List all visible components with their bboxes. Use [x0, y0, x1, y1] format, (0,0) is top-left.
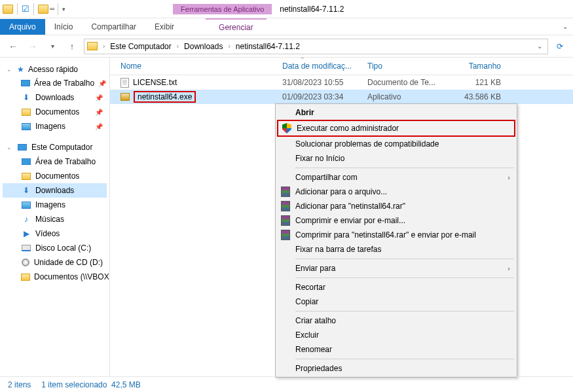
- documents-icon: [22, 109, 31, 116]
- menu-label: Propriedades: [295, 364, 342, 373]
- menu-label: Excluir: [295, 330, 319, 340]
- crumb-pc[interactable]: Este Computador: [107, 41, 174, 52]
- chevron-icon[interactable]: ›: [102, 43, 106, 50]
- menu-send-to[interactable]: Enviar para›: [277, 261, 515, 276]
- shield-icon: [282, 123, 291, 134]
- chevron-down-icon[interactable]: ⌄: [7, 66, 13, 73]
- quick-access-label: Acesso rápido: [28, 65, 78, 74]
- history-dropdown[interactable]: ▾: [45, 39, 60, 54]
- address-dropdown-icon[interactable]: ⌄: [534, 43, 545, 50]
- file-date: 01/09/2023 03:34: [277, 92, 362, 101]
- downloads-icon: ⬇: [21, 92, 31, 103]
- refresh-button[interactable]: ⟳: [552, 39, 568, 54]
- menu-label: Enviar para: [295, 264, 335, 273]
- downloads-icon: ⬇: [21, 185, 31, 196]
- ribbon-expand-icon[interactable]: ⌄: [563, 23, 568, 30]
- sidebar-item-documents[interactable]: Documentos: [3, 169, 107, 183]
- sidebar-item-downloads[interactable]: ⬇Downloads: [3, 183, 107, 198]
- file-row-selected[interactable]: netinstall64.exe 01/09/2023 03:34 Aplica…: [110, 90, 573, 104]
- menu-label: Compartilhar com: [295, 173, 358, 182]
- status-item-count: 2 itens: [8, 380, 31, 389]
- sidebar-item-documents[interactable]: Documentos📌: [3, 105, 107, 119]
- star-icon: ★: [17, 65, 24, 74]
- menu-pin-taskbar[interactable]: Fixar na barra de tarefas: [277, 242, 515, 257]
- sidebar-item-downloads[interactable]: ⬇Downloads📌: [3, 90, 107, 105]
- forward-button[interactable]: →: [25, 39, 41, 54]
- menu-separator: [295, 359, 514, 359]
- file-type: Documento de Te...: [362, 78, 441, 87]
- sidebar-item-label: Unidade de CD (D:): [34, 258, 103, 267]
- tab-compartilhar[interactable]: Compartilhar: [82, 19, 145, 35]
- menu-compat[interactable]: Solucionar problemas de compatibilidade: [277, 137, 515, 151]
- crumb-folder[interactable]: netinstall64-7.11.2: [233, 41, 303, 52]
- navigation-pane: ⌄ ★ Acesso rápido Área de Trabalho📌 ⬇Dow…: [0, 58, 110, 376]
- menu-pin-start[interactable]: Fixar no Início: [277, 151, 515, 166]
- sidebar-item-desktop[interactable]: Área de Trabalho📌: [3, 76, 107, 90]
- column-header-date[interactable]: Data de modificaç...: [277, 62, 362, 71]
- column-header-type[interactable]: Tipo: [362, 62, 441, 71]
- qat-dropdown-icon[interactable]: ▾: [62, 6, 65, 12]
- breadcrumb-bar[interactable]: › Este Computador › Downloads › netinsta…: [84, 39, 548, 54]
- sidebar-item-label: Área de Trabalho: [35, 157, 96, 166]
- sidebar-item-network-docs[interactable]: Documentos (\\VBOXSVR): [3, 270, 107, 284]
- quick-access-group[interactable]: ⌄ ★ Acesso rápido: [3, 63, 107, 76]
- menu-open[interactable]: Abrir: [277, 105, 515, 120]
- menu-compress-rar-email[interactable]: Comprimir para "netinstall64.rar" e envi…: [277, 228, 515, 242]
- menu-rename[interactable]: Renomear: [277, 342, 515, 357]
- menu-label: Comprimir para "netinstall64.rar" e envi…: [295, 230, 476, 240]
- file-row[interactable]: LICENSE.txt 31/08/2023 10:55 Documento d…: [110, 75, 573, 90]
- file-name: netinstall64.exe: [134, 91, 196, 103]
- menu-compress-email[interactable]: Comprimir e enviar por e-mail...: [277, 213, 515, 228]
- sort-indicator-icon: ⌃: [300, 56, 305, 63]
- column-header-size[interactable]: Tamanho: [441, 62, 506, 71]
- qat-newfolder-icon[interactable]: [38, 5, 48, 14]
- menu-delete[interactable]: Excluir: [277, 328, 515, 342]
- cd-icon: [22, 258, 29, 266]
- menu-separator: [295, 277, 514, 278]
- tab-gerenciar[interactable]: Gerenciar: [206, 18, 267, 35]
- tab-exibir[interactable]: Exibir: [145, 19, 183, 35]
- sidebar-item-cd-d[interactable]: Unidade de CD (D:): [3, 255, 107, 270]
- sidebar-item-label: Documentos (\\VBOXSVR): [34, 272, 110, 281]
- crumb-downloads[interactable]: Downloads: [181, 41, 225, 52]
- file-tab[interactable]: Arquivo: [0, 19, 45, 35]
- pin-icon: 📌: [98, 80, 106, 87]
- contextual-tab-label: Ferramentas de Aplicativo: [173, 4, 272, 14]
- menu-share-with[interactable]: Compartilhar com›: [277, 170, 515, 185]
- menu-label: Comprimir e enviar por e-mail...: [295, 216, 405, 225]
- menu-run-as-admin[interactable]: Executar como administrador: [278, 121, 514, 135]
- app-icon[interactable]: [3, 5, 13, 14]
- documents-icon: [21, 274, 30, 281]
- sidebar-item-pictures[interactable]: Imagens: [3, 198, 107, 212]
- qat-customize-icon[interactable]: ═: [50, 5, 54, 12]
- column-header-name[interactable]: Nome: [110, 62, 277, 71]
- menu-separator: [295, 168, 514, 168]
- chevron-down-icon[interactable]: ⌄: [7, 144, 13, 151]
- chevron-icon[interactable]: ›: [227, 43, 231, 50]
- sidebar-item-label: Downloads: [35, 186, 74, 195]
- menu-add-archive[interactable]: Adicionar para o arquivo...: [277, 185, 515, 199]
- tab-inicio[interactable]: Início: [45, 19, 83, 35]
- address-bar: ← → ▾ ↑ › Este Computador › Downloads › …: [0, 35, 573, 58]
- pin-icon: 📌: [95, 123, 103, 130]
- menu-copy[interactable]: Copiar: [277, 294, 515, 309]
- up-button[interactable]: ↑: [64, 39, 80, 54]
- sidebar-item-disk-c[interactable]: Disco Local (C:): [3, 241, 107, 255]
- sidebar-item-videos[interactable]: ▶Vídeos: [3, 226, 107, 241]
- this-pc-group[interactable]: ⌄ Este Computador: [3, 140, 107, 154]
- qat-properties-icon[interactable]: ☑: [22, 4, 29, 14]
- sidebar-item-desktop[interactable]: Área de Trabalho: [3, 154, 107, 169]
- sidebar-item-label: Vídeos: [35, 229, 60, 238]
- back-button[interactable]: ←: [5, 39, 21, 54]
- file-date: 31/08/2023 10:55: [277, 78, 362, 87]
- pictures-icon: [22, 202, 31, 209]
- sidebar-item-pictures[interactable]: Imagens📌: [3, 119, 107, 134]
- menu-add-rar[interactable]: Adicionar para "netinstall64.rar": [277, 199, 515, 213]
- menu-cut[interactable]: Recortar: [277, 280, 515, 294]
- chevron-icon[interactable]: ›: [176, 43, 180, 50]
- menu-shortcut[interactable]: Criar atalho: [277, 313, 515, 328]
- status-bar: 2 itens 1 item selecionado 42,5 MB: [0, 376, 573, 392]
- sidebar-item-label: Documentos: [35, 171, 79, 181]
- sidebar-item-music[interactable]: ♪Músicas: [3, 212, 107, 226]
- menu-properties[interactable]: Propriedades: [277, 361, 515, 376]
